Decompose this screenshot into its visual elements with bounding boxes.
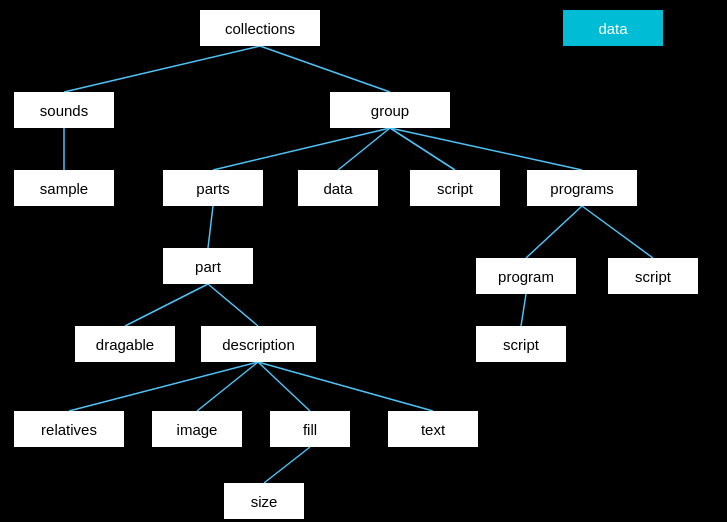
node-part: part bbox=[163, 248, 253, 284]
svg-line-9 bbox=[582, 206, 653, 258]
node-group: group bbox=[330, 92, 450, 128]
svg-line-10 bbox=[125, 284, 208, 326]
svg-line-3 bbox=[213, 128, 390, 170]
node-data_top: data bbox=[563, 10, 663, 46]
svg-line-15 bbox=[258, 362, 310, 411]
svg-line-1 bbox=[260, 46, 390, 92]
svg-line-7 bbox=[208, 206, 213, 248]
node-fill: fill bbox=[270, 411, 350, 447]
node-description: description bbox=[201, 326, 316, 362]
node-image: image bbox=[152, 411, 242, 447]
svg-line-14 bbox=[197, 362, 258, 411]
node-programs: programs bbox=[527, 170, 637, 206]
node-sample: sample bbox=[14, 170, 114, 206]
node-size: size bbox=[224, 483, 304, 519]
node-parts: parts bbox=[163, 170, 263, 206]
node-sounds: sounds bbox=[14, 92, 114, 128]
svg-line-6 bbox=[390, 128, 582, 170]
svg-line-4 bbox=[338, 128, 390, 170]
node-relatives: relatives bbox=[14, 411, 124, 447]
svg-line-16 bbox=[258, 362, 433, 411]
node-program: program bbox=[476, 258, 576, 294]
svg-line-13 bbox=[69, 362, 258, 411]
svg-line-8 bbox=[526, 206, 582, 258]
svg-line-17 bbox=[264, 447, 310, 483]
node-dragable: dragable bbox=[75, 326, 175, 362]
svg-line-11 bbox=[208, 284, 258, 326]
node-text: text bbox=[388, 411, 478, 447]
node-collections: collections bbox=[200, 10, 320, 46]
svg-line-12 bbox=[521, 294, 526, 326]
svg-line-5 bbox=[390, 128, 455, 170]
node-script_right: script bbox=[608, 258, 698, 294]
node-script_prog: script bbox=[476, 326, 566, 362]
node-data_mid: data bbox=[298, 170, 378, 206]
svg-line-0 bbox=[64, 46, 260, 92]
node-script_mid: script bbox=[410, 170, 500, 206]
tree-diagram: collectionsdatasoundsgroupsamplepartsdat… bbox=[0, 0, 727, 522]
